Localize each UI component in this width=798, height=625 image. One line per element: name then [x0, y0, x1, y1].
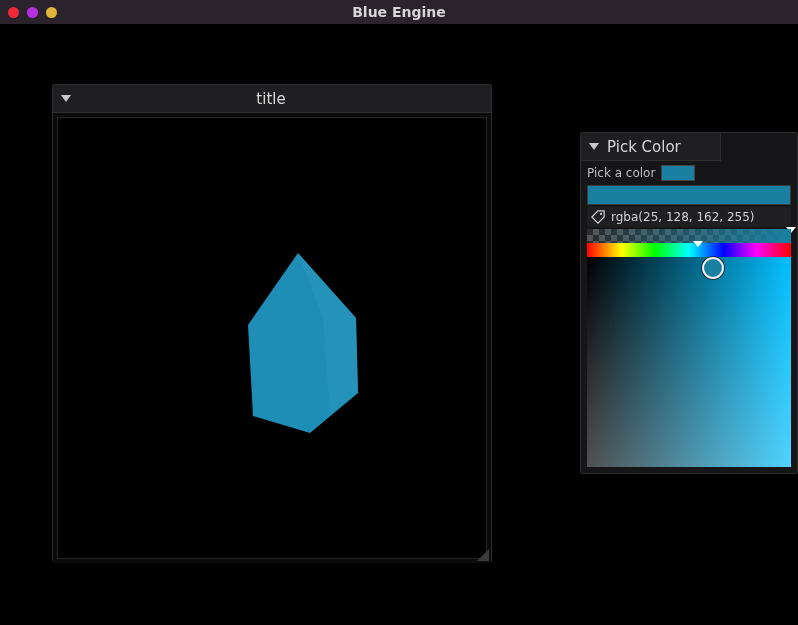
rendered-shape: [58, 118, 486, 558]
panel-title-body: [53, 113, 491, 563]
sv-cursor[interactable]: [702, 257, 724, 279]
window-title: Blue Engine: [0, 4, 798, 20]
panel-pick-color-header[interactable]: Pick Color: [581, 133, 721, 161]
maximize-window-button[interactable]: [46, 7, 57, 18]
color-value-row[interactable]: rgba(25, 128, 162, 255): [587, 207, 791, 227]
panel-pick-color-body: Pick a color rgba(25, 128, 162, 255): [581, 161, 797, 473]
alpha-slider[interactable]: [587, 229, 791, 243]
svg-point-0: [600, 213, 602, 215]
panel-title-header[interactable]: title: [53, 85, 491, 113]
hue-slider-handle[interactable]: [693, 241, 703, 247]
alpha-slider-handle[interactable]: [786, 227, 796, 233]
panel-title[interactable]: title: [52, 84, 492, 562]
traffic-lights: [0, 7, 57, 18]
hue-slider[interactable]: [587, 243, 791, 257]
saturation-value-box[interactable]: [587, 257, 791, 467]
panel-pick-color-label: Pick Color: [607, 138, 681, 156]
tag-icon: [591, 210, 605, 224]
viewport[interactable]: [57, 117, 487, 559]
resize-grip[interactable]: [475, 547, 489, 561]
collapse-icon[interactable]: [589, 143, 599, 150]
titlebar: Blue Engine: [0, 0, 798, 24]
minimize-window-button[interactable]: [27, 7, 38, 18]
pick-color-row: Pick a color: [587, 165, 791, 181]
panel-pick-color[interactable]: Pick Color Pick a color rgba(25, 128, 16…: [580, 132, 798, 474]
color-swatch-small[interactable]: [661, 165, 695, 181]
sv-val-gradient: [587, 257, 791, 467]
workspace: title Pick Color P: [0, 24, 798, 625]
close-window-button[interactable]: [8, 7, 19, 18]
color-swatch-large[interactable]: [587, 185, 791, 205]
pick-color-label: Pick a color: [587, 166, 655, 180]
panel-title-label: title: [59, 90, 483, 108]
color-value-text: rgba(25, 128, 162, 255): [611, 210, 755, 224]
